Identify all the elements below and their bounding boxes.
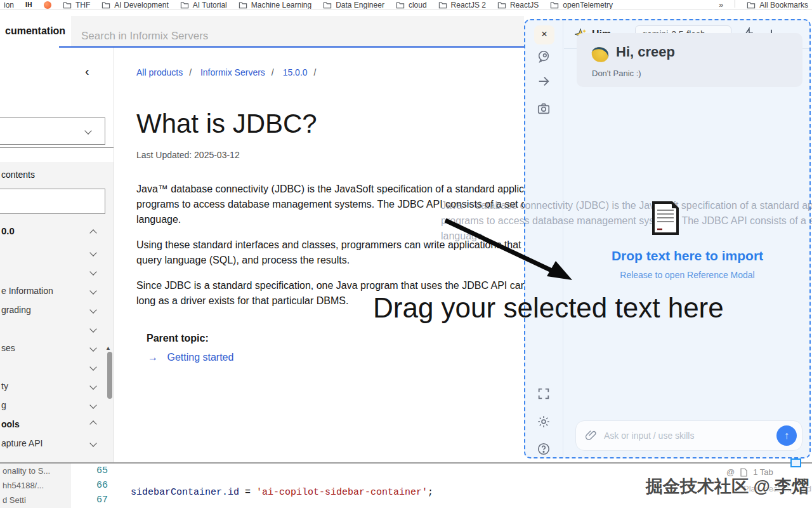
arrow-right-icon[interactable] (537, 74, 551, 88)
drop-zone-title: Drop text here to import (564, 248, 811, 264)
code-lines[interactable]: sidebarContainer.id = 'ai-copilot-sideba… (131, 464, 433, 508)
drop-zone-subtitle: Release to open Reference Modal (564, 270, 811, 280)
bookmark-folder[interactable]: AI Tutorial (180, 0, 227, 10)
ih-favicon-icon: IH (25, 1, 32, 8)
sidebar-divider (0, 147, 114, 148)
send-button[interactable]: ↑ (776, 425, 797, 446)
bookmark-folder[interactable]: ReactJS (497, 0, 539, 10)
folder-icon (550, 1, 559, 9)
bookmark-partial[interactable]: ion (4, 0, 14, 10)
help-icon[interactable] (537, 442, 551, 456)
toc-item[interactable] (0, 319, 114, 338)
line-number-gutter: 65 66 67 (71, 464, 118, 508)
handshake-emoji-icon (591, 46, 609, 63)
chevron-down-icon[interactable] (89, 268, 96, 275)
toc-item[interactable]: apture API (0, 434, 114, 453)
scrollbar-up-icon[interactable]: ▲ (105, 345, 111, 351)
arrow-right-icon: → (148, 352, 158, 363)
toc-root-item[interactable]: 0.0 (1, 225, 15, 236)
drag-caption: Drag your selected text here (373, 292, 724, 324)
input-placeholder: Ask or input / use skills (604, 431, 776, 441)
site-title: cumentation (5, 25, 65, 37)
toc-item[interactable]: grading (0, 300, 114, 319)
panel-toggle-widget[interactable] (790, 458, 801, 467)
editor-side-list: onality to S... hh54188/... d Setti (0, 464, 71, 508)
chevron-down-icon[interactable] (89, 439, 96, 446)
bookmarks-overflow-button[interactable]: » (719, 0, 723, 10)
chevron-down-icon[interactable] (89, 344, 96, 351)
folder-icon (180, 1, 189, 9)
chevron-down-icon[interactable] (89, 249, 96, 256)
sidebar-scrollbar-thumb[interactable] (107, 352, 112, 399)
all-bookmarks-button[interactable]: All Bookmarks (747, 0, 808, 10)
paperclip-icon[interactable] (585, 429, 598, 442)
breadcrumb-link[interactable]: Informix Servers (200, 67, 265, 77)
list-item[interactable]: d Setti (0, 493, 71, 507)
breadcrumb-link[interactable]: 15.0.0 (283, 67, 308, 77)
chevron-down-icon[interactable] (89, 382, 96, 389)
folder-icon (438, 1, 447, 9)
toc-item[interactable]: ses (0, 338, 114, 358)
bookmark-folder[interactable]: THF (63, 0, 90, 10)
folder-icon (747, 1, 756, 9)
page-title: What is JDBC? (136, 109, 317, 139)
toc-item[interactable]: g (0, 396, 114, 415)
greeting-card: Hi, creep Don't Panic :) (577, 33, 802, 87)
toc-item[interactable] (0, 262, 114, 281)
contents-label: contents (1, 170, 35, 180)
chevron-up-icon[interactable] (89, 229, 96, 236)
bookmark-folder[interactable]: Machine Learning (239, 0, 311, 10)
list-item[interactable]: hh54188/... (0, 478, 71, 493)
toc-item[interactable] (0, 243, 114, 262)
gear-icon[interactable] (537, 415, 551, 429)
last-updated: Last Updated: 2025-03-12 (136, 150, 240, 160)
bookmark-site[interactable] (44, 0, 51, 10)
code-editor-panel: onality to S... hh54188/... d Setti 65 6… (0, 462, 812, 508)
bookmark-ih[interactable]: IH (25, 0, 32, 10)
drag-document-icon (652, 201, 679, 236)
toc-item[interactable]: ty (0, 377, 114, 396)
folder-icon (102, 1, 110, 9)
doc-sidebar: ‹ contents 0.0 e Information grading ses… (0, 48, 114, 462)
chevron-down-icon (84, 127, 91, 134)
getting-started-link[interactable]: Getting started (167, 352, 233, 363)
folder-icon (323, 1, 332, 9)
chevron-down-icon[interactable] (89, 287, 96, 294)
folder-icon (239, 1, 247, 9)
toc-item-expanded[interactable]: ools (0, 415, 114, 434)
greeting-title: Hi, creep (616, 44, 675, 60)
toc-item[interactable] (0, 358, 114, 377)
breadcrumb-link[interactable]: All products (136, 67, 183, 77)
close-panel-button[interactable]: × (534, 25, 554, 44)
bookmark-folder[interactable]: openTelemetry (550, 0, 613, 10)
toc-filter-input[interactable] (0, 189, 105, 214)
site-favicon-icon (44, 1, 51, 9)
parent-topic-link-row: → Getting started (148, 352, 233, 363)
folder-icon (63, 1, 72, 9)
bookmark-folder[interactable]: Data Engineer (323, 0, 384, 10)
bookmark-folder[interactable]: ReactJS 2 (438, 0, 486, 10)
sidebar-collapse-button[interactable]: ‹ (85, 64, 89, 79)
chevron-down-icon[interactable] (89, 306, 96, 313)
version-dropdown[interactable] (0, 117, 105, 145)
drag-arrow (438, 213, 584, 292)
chevron-down-icon[interactable] (89, 325, 96, 332)
chat-icon[interactable] (537, 50, 551, 64)
screenshot-camera-icon[interactable] (537, 102, 551, 116)
bookmarks-divider (735, 0, 735, 8)
folder-icon (396, 1, 405, 9)
bookmark-folder[interactable]: AI Development (102, 0, 168, 10)
chevron-up-icon[interactable] (89, 420, 96, 427)
chevron-down-icon[interactable] (89, 363, 96, 370)
parent-topic-label: Parent topic: (147, 333, 209, 344)
expand-fullscreen-icon[interactable] (537, 387, 551, 401)
folder-icon (497, 1, 506, 9)
bookmark-folder[interactable]: cloud (396, 0, 427, 10)
breadcrumb: All products/ Informix Servers/ 15.0.0/ (136, 67, 322, 77)
list-item[interactable]: onality to S... (0, 464, 71, 478)
screen: ion IH THF AI Development AI Tutorial Ma… (0, 0, 812, 508)
chat-input[interactable]: Ask or input / use skills ↑ (575, 420, 802, 451)
toc-tree: e Information grading ses ty g ools aptu… (0, 243, 114, 453)
toc-item[interactable]: e Information (0, 281, 114, 300)
chevron-down-icon[interactable] (89, 401, 96, 408)
